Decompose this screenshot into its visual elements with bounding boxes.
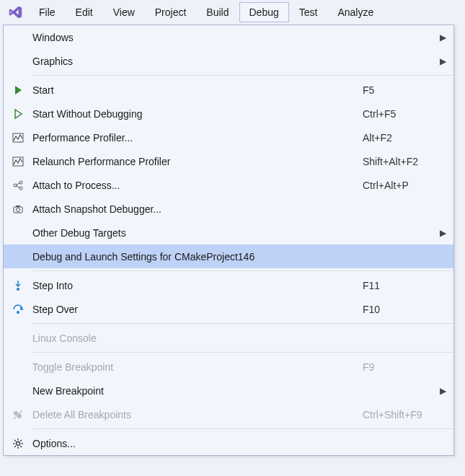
menuitem-label: Delete All Breakpoints: [32, 409, 363, 420]
menuitem-start[interactable]: StartF5: [4, 78, 453, 102]
menuitem-label: Toggle Breakpoint: [32, 361, 363, 373]
menuitem-shortcut: Ctrl+F5: [363, 108, 453, 120]
menuitem-label: New Breakpoint: [32, 385, 363, 397]
svg-line-6: [17, 186, 19, 188]
menuitem-label: Options...: [32, 438, 363, 449]
menu-test[interactable]: Test: [289, 2, 328, 22]
menuitem-label: Attach Snapshot Debugger...: [32, 203, 363, 215]
svg-point-8: [17, 208, 20, 211]
svg-line-5: [17, 183, 19, 185]
profiler-icon: [4, 156, 32, 167]
svg-line-24: [20, 440, 22, 441]
options-icon: [4, 438, 32, 449]
menuitem-step-into[interactable]: Step IntoF11: [4, 273, 453, 297]
menuitem-graphics[interactable]: Graphics▶: [4, 49, 453, 73]
svg-line-21: [14, 440, 16, 441]
menuitem-label: Start Without Debugging: [32, 108, 363, 120]
menuitem-new-breakpoint[interactable]: New Breakpoint▶: [4, 379, 453, 402]
menu-analyze[interactable]: Analyze: [327, 2, 384, 22]
menuitem-step-over[interactable]: Step OverF10: [4, 297, 453, 321]
menuitem-attach-to-process[interactable]: Attach to Process...Ctrl+Alt+P: [4, 173, 453, 197]
start-icon: [4, 84, 32, 96]
menuitem-linux-console: Linux Console: [4, 326, 453, 350]
menu-separator: [32, 352, 453, 353]
menu-separator: [32, 323, 453, 324]
submenu-arrow-icon: ▶: [440, 56, 446, 66]
menuitem-relaunch-performance-profiler[interactable]: Relaunch Performance ProfilerShift+Alt+F…: [4, 149, 453, 173]
menu-separator: [32, 270, 453, 271]
menuitem-label: Relaunch Performance Profiler: [32, 156, 363, 167]
menuitem-label: Start: [32, 84, 363, 96]
menuitem-shortcut: Ctrl+Alt+P: [363, 180, 453, 191]
menuitem-label: Step Over: [32, 304, 363, 315]
menu-edit[interactable]: Edit: [66, 2, 103, 22]
menuitem-shortcut: F10: [363, 304, 453, 315]
menuitem-shortcut: Alt+F2: [363, 132, 453, 144]
menu-view[interactable]: View: [103, 2, 145, 22]
menuitem-debug-and-launch-settings-for-cmakeproject146[interactable]: Debug and Launch Settings for CMakeProje…: [4, 244, 453, 268]
menuitem-label: Other Debug Targets: [32, 227, 363, 239]
delete-bp-icon: [4, 409, 32, 420]
menuitem-performance-profiler[interactable]: Performance Profiler...Alt+F2: [4, 125, 453, 149]
svg-point-10: [17, 288, 19, 291]
menuitem-start-without-debugging[interactable]: Start Without DebuggingCtrl+F5: [4, 102, 453, 125]
menuitem-label: Graphics: [32, 56, 363, 67]
menuitem-other-debug-targets[interactable]: Other Debug Targets▶: [4, 221, 453, 244]
svg-rect-9: [16, 206, 20, 207]
menuitem-shortcut: F5: [363, 84, 453, 96]
start-outline-icon: [4, 108, 32, 120]
menuitem-shortcut: F11: [363, 280, 453, 291]
menuitem-shortcut: Ctrl+Shift+F9: [363, 409, 453, 420]
snapshot-icon: [4, 203, 32, 215]
menu-separator: [32, 75, 453, 76]
debug-dropdown-menu: Windows▶Graphics▶StartF5Start Without De…: [3, 25, 454, 456]
menuitem-label: Step Into: [32, 280, 363, 291]
menu-separator: [32, 428, 453, 429]
menu-build[interactable]: Build: [196, 2, 239, 22]
submenu-arrow-icon: ▶: [440, 228, 446, 238]
menu-debug[interactable]: Debug: [239, 2, 289, 22]
menu-file[interactable]: File: [29, 2, 66, 22]
menuitem-label: Attach to Process...: [32, 180, 363, 191]
svg-point-12: [17, 311, 19, 314]
menubar: FileEditViewProjectBuildDebugTestAnalyze: [0, 0, 465, 25]
submenu-arrow-icon: ▶: [440, 386, 446, 396]
step-into-icon: [4, 280, 32, 291]
svg-point-3: [19, 181, 22, 184]
attach-icon: [4, 180, 32, 191]
menuitem-delete-all-breakpoints: Delete All BreakpointsCtrl+Shift+F9: [4, 402, 453, 426]
svg-point-2: [14, 184, 17, 187]
vs-logo-icon: [7, 4, 23, 20]
profiler-icon: [4, 132, 32, 144]
submenu-arrow-icon: ▶: [440, 32, 446, 43]
menuitem-shortcut: Shift+Alt+F2: [363, 156, 453, 167]
menuitem-toggle-breakpoint: Toggle BreakpointF9: [4, 355, 453, 379]
menuitem-label: Windows: [32, 32, 363, 43]
menuitem-options[interactable]: Options...: [4, 431, 453, 455]
svg-point-4: [19, 187, 22, 190]
menuitem-label: Linux Console: [32, 332, 363, 344]
svg-line-22: [20, 446, 22, 447]
menuitem-label: Debug and Launch Settings for CMakeProje…: [32, 251, 363, 263]
menuitem-attach-snapshot-debugger[interactable]: Attach Snapshot Debugger...: [4, 197, 453, 221]
svg-point-16: [17, 441, 20, 445]
svg-line-23: [14, 446, 16, 447]
menuitem-shortcut: F9: [363, 361, 453, 373]
menu-project[interactable]: Project: [145, 2, 197, 22]
step-over-icon: [4, 304, 32, 315]
menuitem-windows[interactable]: Windows▶: [4, 25, 453, 49]
menuitem-label: Performance Profiler...: [32, 132, 363, 144]
